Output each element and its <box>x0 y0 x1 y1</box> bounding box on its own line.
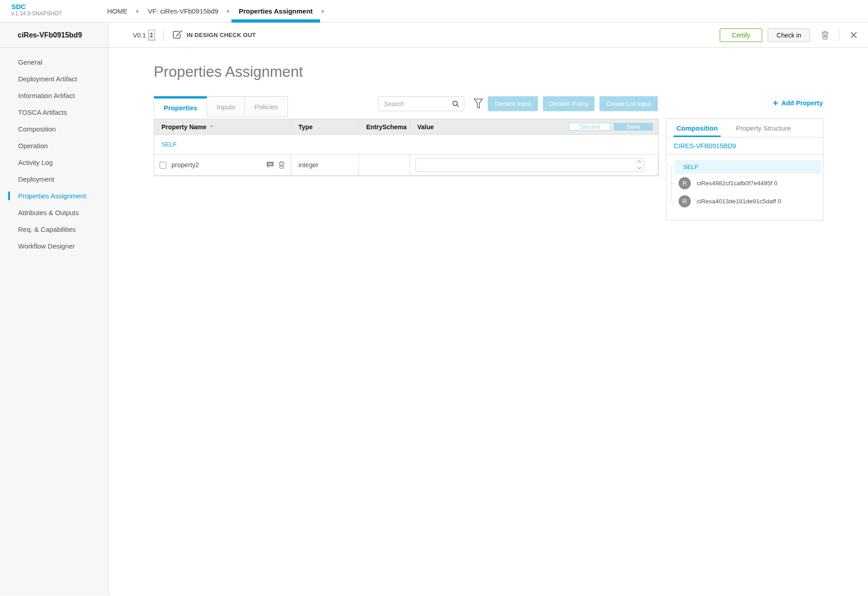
tree-item[interactable]: R ciRes4982cf1cafb0f7e4495f 0 <box>679 174 823 192</box>
add-property-label: Add Property <box>781 99 823 107</box>
declare-policy-button[interactable]: Declare Policy <box>543 96 594 111</box>
resource-avatar: R <box>679 177 691 189</box>
property-name-cell: property2 <box>154 155 291 175</box>
tab-property-structure[interactable]: Property Structure <box>733 119 794 137</box>
tree-item-self[interactable]: SELF <box>675 160 821 174</box>
resource-avatar: R <box>679 195 691 207</box>
declare-input-button[interactable]: Declare Input <box>488 96 538 111</box>
sidebar-item-deployment-artifact[interactable]: Deployment Artifact <box>0 70 108 87</box>
sidebar-item-properties-assignment[interactable]: Properties Assignment <box>0 188 108 204</box>
tree-connector <box>671 183 675 183</box>
breadcrumb-current[interactable]: Properties Assignment <box>230 0 322 22</box>
table-header: Property Name Type EntrySchema Value Dis… <box>154 119 658 135</box>
tree-item-label: ciResa4013de181de91c5daff 0 <box>697 198 781 205</box>
value-cell <box>410 155 658 175</box>
properties-table: Property Name Type EntrySchema Value Dis… <box>154 119 659 176</box>
declare-actions: Declare Input Declare Policy Create List… <box>488 96 658 111</box>
spinner-up-icon <box>150 33 153 34</box>
entry-schema-cell <box>359 155 410 175</box>
spinner-down-icon <box>150 36 153 38</box>
top-nav: SDC v.1.14.5-SNAPSHOT HOME VF: ciRes-VFb… <box>0 0 868 23</box>
sort-icon[interactable] <box>210 126 213 128</box>
breadcrumb: HOME VF: ciRes-VFb0915bd9 Properties Ass… <box>98 0 324 22</box>
app-version: v.1.14.5-SNAPSHOT <box>11 10 98 17</box>
sidebar-item-workflow-designer[interactable]: Workflow Designer <box>0 238 108 254</box>
version-spinner-icon[interactable] <box>148 30 155 41</box>
column-value: Value Discard Save <box>410 119 658 134</box>
entity-name: ciRes-VFb0915bd9 <box>0 23 109 47</box>
sdc-logo: SDC v.1.14.5-SNAPSHOT <box>0 0 98 22</box>
column-type: Type <box>291 119 359 134</box>
sidebar-item-req-capabilities[interactable]: Req. & Capabilities <box>0 221 108 238</box>
tab-policies[interactable]: Policies <box>245 96 288 117</box>
sidebar-item-activity-log[interactable]: Activity Log <box>0 154 108 171</box>
search-input[interactable] <box>378 100 452 108</box>
delete-icon[interactable] <box>821 31 829 40</box>
spinner-up-icon <box>637 161 641 164</box>
delete-property-icon[interactable] <box>278 161 285 169</box>
create-list-input-button[interactable]: Create List Input <box>599 96 658 111</box>
hierarchy-tabs: Composition Property Structure <box>666 119 823 137</box>
app-name: SDC <box>11 3 98 10</box>
tab-inputs[interactable]: Inputs <box>207 96 245 117</box>
add-property-button[interactable]: + Add Property <box>773 99 823 108</box>
main-content: Properties Assignment Properties Inputs … <box>109 48 868 596</box>
tab-composition[interactable]: Composition <box>674 119 721 137</box>
filter-icon[interactable] <box>473 98 483 110</box>
column-entry-schema: EntrySchema <box>359 119 410 134</box>
sidebar-item-tosca-artifacts[interactable]: TOSCA Artifacts <box>0 104 108 121</box>
plus-icon: + <box>773 99 778 108</box>
lifecycle-status: IN DESIGN CHECK OUT <box>172 30 256 40</box>
property-type-cell: integer <box>291 155 359 175</box>
chevron-right-icon <box>322 9 324 13</box>
column-property-name: Property Name <box>154 119 291 134</box>
value-input[interactable] <box>416 159 644 171</box>
spinner-down-icon <box>637 165 641 169</box>
property-name: property2 <box>171 161 199 169</box>
tab-properties[interactable]: Properties <box>154 96 207 117</box>
table-header-actions: Discard Save <box>569 123 658 131</box>
close-icon[interactable] <box>850 32 857 38</box>
workspace-toolbar: ciRes-VFb0915bd9 V0.1 IN DESIGN CHECK OU… <box>0 23 868 48</box>
design-checkout-icon <box>172 30 182 40</box>
table-group-self: SELF <box>154 135 658 155</box>
version-label: V0.1 <box>133 32 146 39</box>
sidebar-item-general[interactable]: General <box>0 54 108 70</box>
breadcrumb-home[interactable]: HOME <box>98 0 137 22</box>
sidebar-item-attributes-outputs[interactable]: Attributes & Outputs <box>0 204 108 221</box>
tree-connector <box>671 167 671 201</box>
hierarchy-panel: Composition Property Structure CIRES-VFB… <box>666 118 823 221</box>
toolbar-divider <box>163 28 164 42</box>
sidebar-item-composition[interactable]: Composition <box>0 121 108 137</box>
row-checkbox[interactable] <box>160 162 166 169</box>
tree-connector <box>671 167 675 167</box>
certify-button[interactable]: Certify <box>720 28 762 42</box>
status-text: IN DESIGN CHECK OUT <box>187 32 256 38</box>
page-title: Properties Assignment <box>154 64 303 79</box>
sidebar-item-information-artifact[interactable]: Information Artifact <box>0 87 108 104</box>
tree-item[interactable]: R ciResa4013de181de91c5daff 0 <box>679 192 823 210</box>
breadcrumb-vf[interactable]: VF: ciRes-VFb0915bd9 <box>139 0 227 22</box>
table-row: property2 <box>154 155 658 176</box>
number-spinner[interactable] <box>636 160 642 170</box>
check-in-button[interactable]: Check in <box>768 28 810 42</box>
value-input-wrap <box>415 158 644 172</box>
tree-item-label: ciRes4982cf1cafb0f7e4495f 0 <box>697 180 778 187</box>
search-icon[interactable] <box>452 100 459 108</box>
discard-button[interactable]: Discard <box>569 123 611 131</box>
save-button[interactable]: Save <box>614 123 653 131</box>
sidebar-item-deployment[interactable]: Deployment <box>0 171 108 188</box>
sidebar: General Deployment Artifact Information … <box>0 48 109 596</box>
tree-connector <box>671 201 675 202</box>
version-selector[interactable]: V0.1 <box>133 30 155 41</box>
search-box <box>378 96 464 111</box>
property-tabs: Properties Inputs Policies <box>154 96 288 117</box>
hierarchy-root[interactable]: CIRES-VFB0915BD9 <box>666 137 823 155</box>
comment-icon[interactable] <box>266 161 274 169</box>
composition-tree: SELF R ciRes4982cf1cafb0f7e4495f 0 R ciR… <box>666 155 823 210</box>
toolbar-divider <box>839 28 840 42</box>
sidebar-item-operation[interactable]: Operation <box>0 137 108 154</box>
